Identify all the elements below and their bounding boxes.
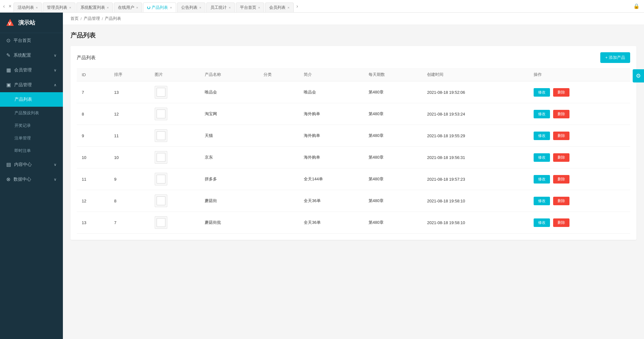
tab-activity-list-close[interactable]: ×	[36, 6, 38, 9]
sidebar-item-content-center-label: 内容中心	[14, 162, 32, 167]
tab-system-config-close[interactable]: ×	[107, 6, 109, 9]
tab-bar: ‹ × 活动列表 × 管理员列表 × 系统配置列表 × 在线用户 × 产品列表 …	[0, 0, 644, 13]
delete-button[interactable]: 删除	[553, 110, 569, 118]
cell-name: 淘宝网	[200, 103, 258, 125]
cell-id: 7	[77, 82, 109, 103]
add-product-button[interactable]: + 添加产品	[600, 52, 630, 63]
table-row: 7 13 唯品会 唯品会 第480章 2021-08-18 19:52:06 修…	[77, 82, 630, 103]
delete-button[interactable]: 删除	[553, 153, 569, 162]
sidebar: V 演示站 ⊙ 平台首页 ✎ 系统配置 ∨ ▦ 会员管理 ∨	[0, 13, 63, 339]
tab-employee-stats[interactable]: 员工统计 ×	[206, 3, 235, 13]
sidebar-item-data-center[interactable]: ⊗ 数据中心 ∨	[0, 172, 63, 187]
edit-button[interactable]: 修改	[534, 197, 550, 205]
edit-button[interactable]: 修改	[534, 153, 550, 162]
breadcrumb-product-management[interactable]: 产品管理	[84, 16, 100, 21]
product-list-card: 产品列表 + 添加产品 ID 排序 图片 产品名称 分类 简介 每天期数	[70, 46, 636, 240]
cell-name: 京东	[200, 147, 258, 168]
delete-button[interactable]: 删除	[553, 132, 569, 140]
cell-created: 2021-08-18 19:57:23	[422, 168, 529, 190]
sidebar-item-product-management[interactable]: ▣ 产品管理 ∧	[0, 77, 63, 92]
sidebar-item-member-management[interactable]: ▦ 会员管理 ∨	[0, 63, 63, 77]
cell-image	[150, 168, 200, 190]
tab-activity-list[interactable]: 活动列表 ×	[14, 3, 42, 13]
breadcrumb-home[interactable]: 首页	[70, 16, 79, 21]
cell-desc: 海外购单	[299, 103, 364, 125]
main-layout: V 演示站 ⊙ 平台首页 ✎ 系统配置 ∨ ▦ 会员管理 ∨	[0, 13, 644, 339]
tab-prev-button[interactable]: ‹	[1, 0, 7, 13]
cell-category	[258, 103, 299, 125]
cell-created: 2021-08-18 19:56:31	[422, 147, 529, 168]
col-actions: 操作	[529, 68, 630, 82]
col-id: ID	[77, 68, 109, 82]
tab-platform-home-close[interactable]: ×	[258, 6, 260, 9]
tab-system-config[interactable]: 系统配置列表 ×	[76, 3, 113, 13]
tab-online-users-close[interactable]: ×	[136, 6, 138, 9]
cell-period: 第480章	[364, 168, 422, 190]
sidebar-item-product-preview-label: 产品预设列表	[14, 110, 39, 116]
product-image-placeholder	[155, 108, 167, 120]
table-row: 8 12 淘宝网 海外购单 第480章 2021-08-18 19:53:24 …	[77, 103, 630, 125]
cell-category	[258, 125, 299, 147]
edit-button[interactable]: 修改	[534, 175, 550, 184]
delete-button[interactable]: 删除	[553, 218, 569, 227]
cell-actions: 修改 删除	[529, 147, 630, 168]
sidebar-item-instant-order[interactable]: 即时注单	[0, 144, 63, 157]
edit-button[interactable]: 修改	[534, 110, 550, 118]
product-image-inner	[157, 218, 165, 227]
cell-created: 2021-08-18 19:55:29	[422, 125, 529, 147]
tab-product-list-close[interactable]: ×	[170, 6, 172, 9]
product-image-placeholder	[155, 129, 167, 142]
tab-next-button[interactable]: ›	[295, 0, 300, 13]
tab-admin-list[interactable]: 管理员列表 ×	[43, 3, 75, 13]
sidebar-item-product-preview[interactable]: 产品预设列表	[0, 107, 63, 119]
delete-button[interactable]: 删除	[553, 197, 569, 205]
cell-name: 蘑菇街	[200, 190, 258, 212]
sidebar-item-lottery-records[interactable]: 开奖记录	[0, 119, 63, 132]
card-header: 产品列表 + 添加产品	[77, 52, 630, 63]
sidebar-item-product-list[interactable]: 产品列表	[0, 92, 63, 107]
table-row: 9 11 天猫 海外购单 第480章 2021-08-18 19:55:29 修…	[77, 125, 630, 147]
delete-button[interactable]: 删除	[553, 175, 569, 184]
tab-employee-stats-close[interactable]: ×	[229, 6, 230, 9]
cell-sort: 9	[109, 168, 150, 190]
tab-platform-home[interactable]: 平台首页 ×	[236, 3, 264, 13]
sidebar-logo: V 演示站	[0, 13, 63, 33]
cell-desc: 唯品会	[299, 82, 364, 103]
edit-button[interactable]: 修改	[534, 218, 550, 227]
col-name: 产品名称	[200, 68, 258, 82]
tab-product-list[interactable]: 产品列表 ×	[143, 3, 176, 13]
tab-admin-list-close[interactable]: ×	[69, 6, 71, 9]
tab-online-users[interactable]: 在线用户 ×	[114, 3, 142, 13]
product-image-inner	[157, 153, 165, 162]
sidebar-item-order-management-label: 注单管理	[14, 135, 31, 141]
sidebar-item-product-list-label: 产品列表	[14, 97, 32, 102]
table-row: 10 10 京东 海外购单 第480章 2021-08-18 19:56:31 …	[77, 147, 630, 168]
cell-actions: 修改 删除	[529, 103, 630, 125]
tab-close-all-button[interactable]: ×	[7, 0, 13, 13]
sidebar-menu: ⊙ 平台首页 ✎ 系统配置 ∨ ▦ 会员管理 ∨ ▣ 产品管理 ∧	[0, 33, 63, 339]
sidebar-item-platform-home[interactable]: ⊙ 平台首页	[0, 33, 63, 48]
gear-settings-button[interactable]: ⚙	[633, 69, 644, 82]
sidebar-item-system-config[interactable]: ✎ 系统配置 ∨	[0, 48, 63, 63]
edit-button[interactable]: 修改	[534, 132, 550, 140]
tab-product-list-label: 产品列表	[152, 5, 168, 10]
product-image-placeholder	[155, 151, 167, 164]
chevron-down-icon-3: ∨	[54, 162, 57, 167]
tab-announcement-list[interactable]: 公告列表 ×	[177, 3, 205, 13]
sidebar-item-content-center[interactable]: ▤ 内容中心 ∨	[0, 157, 63, 172]
tab-member-list-close[interactable]: ×	[287, 6, 289, 9]
cell-id: 11	[77, 168, 109, 190]
cell-sort: 12	[109, 103, 150, 125]
cell-period: 第480章	[364, 190, 422, 212]
delete-button[interactable]: 删除	[553, 88, 569, 97]
tab-member-list[interactable]: 会员列表 ×	[265, 3, 293, 13]
cell-created: 2021-08-18 19:52:06	[422, 82, 529, 103]
breadcrumb-sep-1: /	[80, 16, 82, 21]
sidebar-item-order-management[interactable]: 注单管理	[0, 132, 63, 144]
tab-announcement-list-close[interactable]: ×	[199, 6, 201, 9]
sidebar-item-platform-home-label: 平台首页	[14, 38, 31, 43]
cell-period: 第480章	[364, 125, 422, 147]
chevron-down-icon-4: ∨	[54, 177, 57, 182]
edit-button[interactable]: 修改	[534, 88, 550, 97]
cell-desc: 全天36单	[299, 212, 364, 234]
